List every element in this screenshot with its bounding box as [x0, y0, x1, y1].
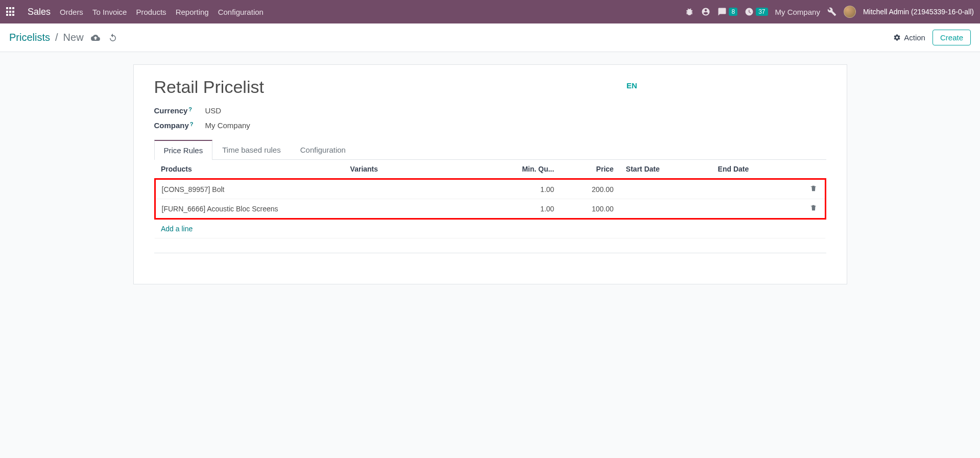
- company-switcher[interactable]: My Company: [775, 8, 820, 16]
- spacer-row: [155, 238, 825, 253]
- tabs: Price Rules Time based rules Configurati…: [154, 140, 826, 160]
- activities-badge: 37: [756, 8, 768, 16]
- menu-orders[interactable]: Orders: [60, 8, 83, 16]
- cell-delete: [804, 199, 825, 219]
- cell-start[interactable]: [620, 199, 712, 219]
- app-brand[interactable]: Sales: [28, 7, 51, 17]
- tab-time-based[interactable]: Time based rules: [212, 140, 291, 159]
- currency-field: Currency? USD: [154, 106, 826, 115]
- cell-variant[interactable]: [344, 199, 495, 219]
- messages-button[interactable]: 8: [718, 7, 737, 16]
- cell-price[interactable]: 200.00: [560, 179, 619, 199]
- trash-icon[interactable]: [810, 185, 817, 192]
- table-header-row: Products Variants Min. Qu... Price Start…: [155, 160, 825, 179]
- currency-value[interactable]: USD: [205, 106, 222, 115]
- cell-product[interactable]: [CONS_89957] Bolt: [155, 179, 344, 199]
- action-label: Action: [904, 33, 925, 42]
- cell-product[interactable]: [FURN_6666] Acoustic Bloc Screens: [155, 199, 344, 219]
- menu-reporting[interactable]: Reporting: [176, 8, 209, 16]
- gear-icon: [893, 34, 901, 41]
- col-variants[interactable]: Variants: [344, 160, 495, 179]
- cell-min-qty[interactable]: 1.00: [495, 199, 560, 219]
- breadcrumb-current: New: [63, 32, 84, 43]
- apps-icon[interactable]: [6, 7, 15, 16]
- action-button[interactable]: Action: [893, 33, 925, 42]
- col-price[interactable]: Price: [560, 160, 619, 179]
- support-icon[interactable]: [701, 7, 710, 16]
- add-line-row: Add a line: [155, 219, 825, 238]
- bug-icon[interactable]: [685, 7, 694, 16]
- add-line-button[interactable]: Add a line: [155, 219, 825, 238]
- col-start-date[interactable]: Start Date: [620, 160, 712, 179]
- clock-icon: [745, 7, 754, 16]
- cell-start[interactable]: [620, 179, 712, 199]
- table-row[interactable]: [CONS_89957] Bolt 1.00 200.00: [155, 179, 825, 199]
- discard-icon[interactable]: [108, 33, 117, 42]
- cell-delete: [804, 179, 825, 199]
- form-container: Retail Pricelist EN Currency? USD Compan…: [0, 52, 980, 297]
- price-rules-table: Products Variants Min. Qu... Price Start…: [154, 160, 826, 253]
- cell-end[interactable]: [712, 199, 804, 219]
- tab-price-rules[interactable]: Price Rules: [154, 140, 213, 160]
- breadcrumb: Pricelists / New: [9, 32, 84, 43]
- messages-badge: 8: [729, 8, 737, 16]
- company-value[interactable]: My Company: [205, 121, 250, 130]
- user-name[interactable]: Mitchell Admin (21945339-16-0-all): [863, 8, 974, 16]
- trash-icon[interactable]: [810, 204, 817, 211]
- avatar[interactable]: [844, 6, 856, 18]
- top-navbar: Sales Orders To Invoice Products Reporti…: [0, 0, 980, 23]
- col-end-date[interactable]: End Date: [712, 160, 804, 179]
- help-icon[interactable]: ?: [188, 106, 192, 112]
- col-products[interactable]: Products: [155, 160, 344, 179]
- cloud-save-icon[interactable]: [91, 33, 100, 42]
- col-min-qty[interactable]: Min. Qu...: [495, 160, 560, 179]
- cell-end[interactable]: [712, 179, 804, 199]
- tools-icon[interactable]: [827, 7, 836, 16]
- menu-to-invoice[interactable]: To Invoice: [92, 8, 127, 16]
- activities-button[interactable]: 37: [745, 7, 768, 16]
- cell-min-qty[interactable]: 1.00: [495, 179, 560, 199]
- company-label: Company: [154, 121, 189, 130]
- page-title[interactable]: Retail Pricelist: [154, 77, 627, 97]
- create-button[interactable]: Create: [933, 30, 971, 45]
- menu-products[interactable]: Products: [136, 8, 166, 16]
- tab-configuration[interactable]: Configuration: [291, 140, 355, 159]
- menu-configuration[interactable]: Configuration: [218, 8, 264, 16]
- currency-label: Currency: [154, 106, 188, 115]
- chat-icon: [718, 7, 727, 16]
- form-sheet: Retail Pricelist EN Currency? USD Compan…: [133, 64, 847, 284]
- language-badge[interactable]: EN: [627, 81, 637, 90]
- company-field: Company? My Company: [154, 121, 826, 130]
- table-row[interactable]: [FURN_6666] Acoustic Bloc Screens 1.00 1…: [155, 199, 825, 219]
- highlighted-rows: [CONS_89957] Bolt 1.00 200.00 [FURN_6666…: [155, 179, 825, 219]
- cell-price[interactable]: 100.00: [560, 199, 619, 219]
- breadcrumb-root[interactable]: Pricelists: [9, 32, 50, 43]
- breadcrumb-separator: /: [55, 32, 58, 43]
- help-icon[interactable]: ?: [190, 121, 194, 127]
- control-panel: Pricelists / New Action Create: [0, 23, 980, 52]
- col-actions: [804, 160, 825, 179]
- cell-variant[interactable]: [344, 179, 495, 199]
